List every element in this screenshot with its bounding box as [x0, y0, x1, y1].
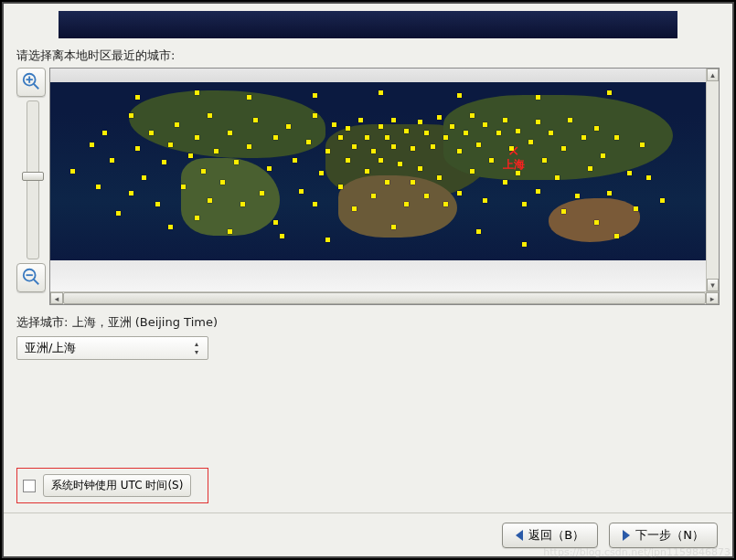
map-vertical-scrollbar[interactable]: ▴ ▾	[706, 69, 719, 291]
city-dot[interactable]	[332, 122, 336, 127]
city-dot[interactable]	[168, 143, 173, 147]
city-dot[interactable]	[116, 211, 121, 216]
city-dot[interactable]	[614, 234, 619, 238]
city-dot[interactable]	[129, 191, 133, 195]
timezone-combo[interactable]: 亚洲/上海 ▴▾	[16, 336, 208, 360]
city-dot[interactable]	[607, 90, 612, 95]
city-dot[interactable]	[273, 135, 278, 140]
city-dot[interactable]	[379, 124, 383, 129]
city-dot[interactable]	[575, 194, 580, 198]
city-dot[interactable]	[549, 131, 553, 135]
city-dot[interactable]	[96, 185, 101, 189]
city-dot[interactable]	[443, 202, 448, 206]
city-dot[interactable]	[411, 146, 415, 151]
city-dot[interactable]	[234, 160, 239, 164]
city-dot[interactable]	[476, 143, 481, 147]
city-dot[interactable]	[379, 158, 383, 163]
city-dot[interactable]	[90, 143, 94, 147]
city-dot[interactable]	[299, 189, 304, 194]
city-dot[interactable]	[536, 189, 540, 194]
city-dot[interactable]	[155, 202, 160, 206]
city-dot[interactable]	[391, 118, 396, 122]
city-dot[interactable]	[338, 185, 343, 189]
city-dot[interactable]	[267, 166, 272, 171]
city-dot[interactable]	[542, 158, 547, 163]
city-dot[interactable]	[516, 171, 520, 175]
zoom-out-button[interactable]	[16, 263, 46, 292]
city-dot[interactable]	[594, 220, 599, 225]
city-dot[interactable]	[411, 180, 415, 185]
city-dot[interactable]	[457, 93, 462, 98]
city-dot[interactable]	[470, 113, 475, 118]
city-dot[interactable]	[247, 144, 251, 149]
city-dot[interactable]	[346, 126, 350, 131]
city-dot[interactable]	[601, 153, 605, 158]
city-dot[interactable]	[443, 135, 448, 140]
city-dot[interactable]	[181, 185, 186, 189]
city-dot[interactable]	[162, 160, 166, 164]
city-dot[interactable]	[142, 175, 146, 180]
city-dot[interactable]	[195, 90, 199, 95]
city-dot[interactable]	[614, 135, 619, 140]
city-dot[interactable]	[319, 171, 324, 175]
city-dot[interactable]	[280, 234, 284, 238]
city-dot[interactable]	[358, 118, 363, 122]
city-dot[interactable]	[313, 113, 317, 118]
city-dot[interactable]	[457, 191, 462, 195]
utc-checkbox[interactable]	[23, 480, 36, 492]
zoom-slider[interactable]	[16, 100, 49, 259]
city-dot[interactable]	[325, 149, 330, 153]
city-dot[interactable]	[437, 175, 442, 180]
city-dot[interactable]	[509, 146, 514, 151]
city-dot[interactable]	[338, 135, 343, 140]
city-dot[interactable]	[424, 194, 429, 198]
hscroll-thumb[interactable]	[63, 292, 706, 304]
scroll-down-icon[interactable]: ▾	[707, 279, 719, 291]
utc-button[interactable]: 系统时钟使用 UTC 时间(S)	[43, 474, 191, 497]
city-dot[interactable]	[418, 120, 422, 124]
city-dot[interactable]	[457, 149, 462, 153]
city-dot[interactable]	[607, 191, 612, 195]
city-dot[interactable]	[588, 166, 592, 171]
city-dot[interactable]	[568, 118, 572, 122]
city-dot[interactable]	[135, 146, 140, 151]
scroll-left-icon[interactable]: ◂	[50, 292, 63, 304]
city-dot[interactable]	[149, 131, 154, 135]
city-dot[interactable]	[220, 180, 225, 185]
city-dot[interactable]	[208, 198, 212, 203]
city-dot[interactable]	[286, 124, 291, 129]
world-map[interactable]: ✕ 上海	[50, 69, 706, 291]
city-dot[interactable]	[385, 135, 389, 140]
city-dot[interactable]	[188, 153, 193, 158]
city-dot[interactable]	[214, 149, 219, 153]
city-dot[interactable]	[228, 131, 232, 135]
city-dot[interactable]	[522, 242, 527, 247]
city-dot[interactable]	[496, 131, 501, 135]
city-dot[interactable]	[398, 162, 402, 166]
city-dot[interactable]	[293, 158, 297, 163]
city-dot[interactable]	[228, 229, 232, 234]
city-dot[interactable]	[70, 169, 75, 174]
back-button[interactable]: 返回（B）	[502, 523, 598, 548]
city-dot[interactable]	[437, 115, 442, 120]
city-dot[interactable]	[208, 113, 212, 118]
city-dot[interactable]	[110, 158, 114, 163]
city-dot[interactable]	[431, 144, 435, 149]
city-dot[interactable]	[404, 202, 409, 206]
city-dot[interactable]	[627, 171, 632, 175]
city-dot[interactable]	[489, 158, 494, 163]
city-dot[interactable]	[371, 149, 376, 153]
city-dot[interactable]	[195, 216, 199, 220]
city-dot[interactable]	[581, 135, 586, 140]
city-dot[interactable]	[561, 146, 566, 151]
city-dot[interactable]	[260, 191, 264, 195]
city-dot[interactable]	[464, 131, 468, 135]
next-button[interactable]: 下一步（N）	[609, 523, 718, 548]
city-dot[interactable]	[306, 140, 311, 144]
city-dot[interactable]	[424, 131, 429, 135]
city-dot[interactable]	[168, 225, 173, 229]
city-dot[interactable]	[273, 220, 278, 225]
city-dot[interactable]	[646, 175, 651, 180]
city-dot[interactable]	[634, 206, 638, 211]
city-dot[interactable]	[660, 198, 665, 203]
